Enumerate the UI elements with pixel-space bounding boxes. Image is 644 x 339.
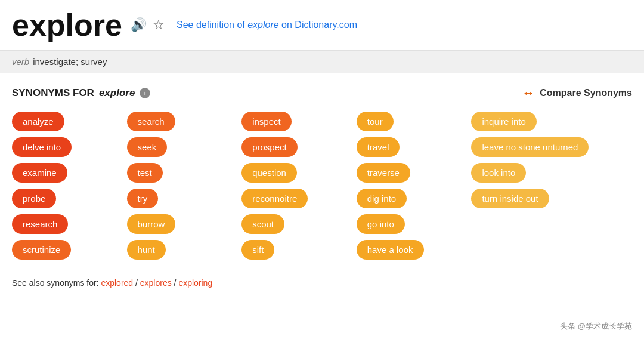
synonym-tag[interactable]: burrow	[127, 214, 176, 234]
see-also-link[interactable]: exploring	[178, 278, 212, 288]
synonym-tag[interactable]: try	[127, 189, 159, 208]
synonym-tag[interactable]: dig into	[357, 189, 407, 208]
compare-synonyms-button[interactable]: ↔ Compare Synonyms	[522, 85, 632, 101]
synonym-tag[interactable]: prospect	[242, 137, 298, 157]
synonym-tag[interactable]: have a look	[357, 240, 424, 260]
synonym-tag[interactable]: scout	[242, 214, 284, 234]
synonym-column-4: tourtraveltraversedig intogo intohave a …	[357, 112, 472, 260]
synonym-tag[interactable]: turn inside out	[471, 189, 549, 208]
main-word: explore	[12, 7, 122, 43]
synonym-tag[interactable]: travel	[357, 137, 400, 157]
synonym-column-5: inquire intoleave no stone unturnedlook …	[471, 112, 632, 260]
synonym-tag[interactable]: examine	[12, 163, 67, 183]
see-also-section: See also synonyms for: explored / explor…	[12, 272, 632, 294]
synonym-tag[interactable]: reconnoitre	[242, 189, 308, 208]
synonym-tag[interactable]: inspect	[242, 112, 292, 131]
synonym-tag[interactable]: look into	[471, 163, 526, 183]
info-icon[interactable]: i	[140, 88, 150, 98]
see-also-prefix: See also synonyms for:	[12, 278, 101, 288]
synonym-tag[interactable]: test	[127, 163, 163, 183]
synonym-column-1: analyzedelve intoexamineproberesearchscr…	[12, 112, 127, 260]
compare-icon: ↔	[522, 85, 535, 101]
synonyms-title-prefix: SYNONYMS FOR	[12, 87, 94, 99]
part-of-speech: verb	[12, 57, 29, 67]
speaker-icon[interactable]: 🔊	[131, 17, 147, 33]
see-also-links: explored / explores / exploring	[101, 278, 212, 288]
definition-text: investigate; survey	[33, 57, 107, 67]
synonym-tag[interactable]: question	[242, 163, 297, 183]
synonym-tag[interactable]: analyze	[12, 112, 64, 131]
synonym-tag[interactable]: probe	[12, 189, 56, 208]
synonym-tag[interactable]: hunt	[127, 240, 166, 260]
synonyms-header-row: SYNONYMS FOR explore i ↔ Compare Synonym…	[12, 85, 632, 101]
synonym-tag[interactable]: research	[12, 214, 68, 234]
synonyms-grid: analyzedelve intoexamineproberesearchscr…	[12, 112, 632, 260]
see-also-link[interactable]: explored	[101, 278, 133, 288]
synonym-tag[interactable]: inquire into	[471, 112, 536, 131]
synonym-tag[interactable]: delve into	[12, 137, 72, 157]
compare-synonyms-label: Compare Synonyms	[540, 88, 632, 98]
synonym-tag[interactable]: traverse	[357, 163, 410, 183]
star-icon[interactable]: ☆	[153, 17, 165, 33]
dictionary-link[interactable]: See definition of explore on Dictionary.…	[177, 20, 357, 30]
synonyms-title: SYNONYMS FOR explore i	[12, 87, 150, 99]
dictionary-link-prefix: See definition of	[177, 20, 247, 30]
synonym-tag[interactable]: go into	[357, 214, 405, 234]
synonym-tag[interactable]: seek	[127, 137, 168, 157]
see-also-link[interactable]: explores	[140, 278, 172, 288]
definition-bar: verbinvestigate; survey	[0, 51, 644, 73]
header-icons: 🔊 ☆	[131, 17, 165, 33]
synonym-tag[interactable]: leave no stone unturned	[471, 137, 589, 157]
synonym-column-3: inspectprospectquestionreconnoitrescouts…	[242, 112, 357, 260]
watermark: 头条 @学术成长学苑	[560, 321, 632, 332]
synonym-tag[interactable]: scrutinize	[12, 240, 71, 260]
synonym-tag[interactable]: tour	[357, 112, 394, 131]
page-header: explore 🔊 ☆ See definition of explore on…	[0, 0, 644, 51]
synonyms-title-word: explore	[99, 87, 135, 99]
dictionary-link-suffix: on Dictionary.com	[279, 20, 357, 30]
synonym-column-2: searchseektesttryburrowhunt	[127, 112, 242, 260]
synonym-tag[interactable]: search	[127, 112, 175, 131]
dictionary-link-word: explore	[247, 20, 278, 30]
main-content: SYNONYMS FOR explore i ↔ Compare Synonym…	[0, 73, 644, 300]
synonym-tag[interactable]: sift	[242, 240, 274, 260]
